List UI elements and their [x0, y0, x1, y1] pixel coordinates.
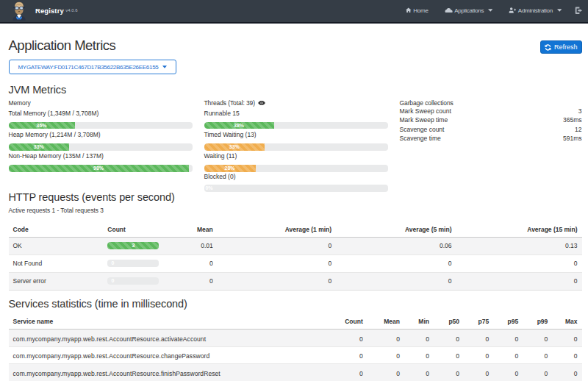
- caret-down-icon: [557, 9, 562, 12]
- service-stat-cell: 0: [368, 330, 404, 347]
- progress-bar-label: 36%: [9, 122, 75, 129]
- http-avg5-cell: 0: [336, 255, 456, 273]
- table-row: OK 3 0.01 0 0.06 0.13: [9, 238, 582, 255]
- http-avg5-cell: 0: [336, 273, 456, 291]
- service-stat-cell: 0: [434, 364, 464, 381]
- http-mean-cell: 0: [170, 273, 218, 291]
- column-header: Mean: [368, 314, 404, 330]
- http-avg5-cell: 0.06: [336, 238, 456, 255]
- table-row: com.mycompany.myapp.web.rest.AccountReso…: [9, 364, 582, 381]
- count-progressbar: 0: [107, 260, 159, 267]
- http-code-cell: Not Found: [9, 255, 104, 273]
- refresh-icon: [545, 44, 551, 51]
- service-stat-cell: 0: [523, 346, 552, 364]
- service-stat-cell: 0: [552, 364, 581, 381]
- table-row: com.mycompany.myapp.web.rest.AccountReso…: [9, 346, 582, 364]
- jvm-metrics-title: JVM Metrics: [9, 84, 582, 96]
- main-content: Application Metrics Refresh MYGATEWAY:FD…: [0, 38, 588, 381]
- nav-item-label: Applications: [454, 7, 484, 14]
- waiting-progressbar: 28%: [204, 165, 388, 172]
- nav-item-applications[interactable]: Applications: [437, 7, 501, 14]
- progress-bar-label: 3: [107, 242, 159, 249]
- column-header: p50: [434, 314, 464, 330]
- metric-label: Timed Waiting (13): [204, 130, 388, 139]
- http-avg15-cell: 0: [456, 273, 582, 291]
- progress-bar-label: 28%: [204, 165, 256, 172]
- gc-row: Mark Sweep count 3: [400, 107, 582, 116]
- service-stat-cell: 0: [493, 330, 523, 347]
- nav-item-home[interactable]: Home: [398, 7, 436, 14]
- column-header: Count: [103, 222, 169, 238]
- column-header: p95: [493, 314, 523, 330]
- progress-bar-label: 0%: [204, 185, 215, 192]
- http-avg15-cell: 0.13: [456, 238, 582, 255]
- gc-row-value: 12: [575, 125, 581, 135]
- service-stat-cell: 0: [464, 346, 493, 364]
- metric-label: Heap Memory (1,214M / 3,708M): [9, 130, 193, 139]
- http-requests-table: Code Count Mean Average (1 min) Average …: [9, 222, 582, 291]
- navbar-menu: Home Applications Administration: [398, 7, 582, 15]
- column-header: Average (1 min): [218, 222, 336, 238]
- progress-bar-label: 33%: [204, 143, 265, 151]
- service-stat-cell: 0: [464, 330, 493, 347]
- runnable-progressbar: 38%: [204, 122, 388, 129]
- service-stat-cell: 0: [552, 330, 581, 347]
- progress-bar-label: 33%: [9, 143, 70, 151]
- nonheap-memory-progressbar: 98%: [9, 165, 193, 172]
- column-header: Min: [404, 314, 434, 330]
- user-plus-icon: [509, 7, 516, 13]
- metric-label: Non-Heap Memory (135M / 137M): [9, 152, 193, 160]
- http-avg1-cell: 0: [218, 238, 336, 255]
- progress-bar-label: 98%: [9, 165, 189, 172]
- http-mean-cell: 0.01: [170, 238, 218, 255]
- http-count-cell: 3: [103, 238, 169, 255]
- service-stat-cell: 0: [331, 330, 368, 347]
- service-stat-cell: 0: [368, 364, 404, 381]
- gc-row: Scavenge time 591ms: [400, 134, 582, 143]
- table-row: Not Found 0 0 0 0 0: [9, 255, 582, 273]
- service-stat-cell: 0: [434, 330, 464, 347]
- service-stat-cell: 0: [404, 364, 434, 381]
- progress-bar-label: 0: [107, 260, 118, 267]
- service-stat-cell: 0: [331, 364, 368, 381]
- http-code-cell: Server error: [9, 273, 104, 291]
- count-progressbar: 3: [107, 242, 159, 249]
- table-header-row: Code Count Mean Average (1 min) Average …: [9, 222, 582, 238]
- metric-label: Runnable 15: [204, 109, 388, 118]
- metric-label: Waiting (11): [204, 152, 388, 160]
- http-code-cell: OK: [9, 238, 104, 255]
- column-header: Average (5 min): [336, 222, 456, 238]
- sign-out-icon: [575, 7, 583, 15]
- service-stat-cell: 0: [493, 364, 523, 381]
- refresh-label: Refresh: [554, 43, 578, 51]
- caret-down-icon: [488, 9, 493, 12]
- http-avg1-cell: 0: [218, 273, 336, 291]
- column-header: Service name: [9, 314, 331, 330]
- jvm-threads-column: Threads (Total: 39) Runnable 15 38% Time…: [204, 99, 388, 190]
- page-header: Application Metrics Refresh: [9, 38, 582, 54]
- gc-row: Scavenge count 12: [400, 125, 582, 135]
- service-name-cell: com.mycompany.myapp.web.rest.AccountReso…: [9, 346, 331, 364]
- nav-item-label: Home: [413, 7, 428, 14]
- home-icon: [406, 7, 412, 13]
- page-title: Application Metrics: [9, 38, 116, 53]
- instance-dropdown[interactable]: MYGATEWAY:FD0171C467D17B35622B635E26EE61…: [9, 60, 177, 74]
- gc-row-value: 3: [578, 107, 582, 116]
- brand[interactable]: Registry v4.0.6: [12, 0, 78, 21]
- http-avg1-cell: 0: [218, 255, 336, 273]
- metric-label: Blocked (0): [204, 172, 388, 181]
- jhipster-logo: [12, 1, 26, 21]
- threads-label: Threads (Total: 39): [204, 99, 255, 107]
- column-header: p75: [464, 314, 493, 330]
- progress-bar-label: 38%: [204, 122, 274, 129]
- nav-item-administration[interactable]: Administration: [501, 7, 570, 14]
- progress-bar-label: 0: [107, 277, 118, 285]
- refresh-button[interactable]: Refresh: [540, 40, 581, 54]
- caret-down-icon: [162, 65, 167, 68]
- column-header: p99: [523, 314, 552, 330]
- eye-icon[interactable]: [258, 101, 265, 105]
- service-stat-cell: 0: [331, 346, 368, 364]
- total-memory-progressbar: 36%: [9, 122, 193, 129]
- service-stat-cell: 0: [404, 330, 434, 347]
- sign-out-button[interactable]: [570, 7, 583, 15]
